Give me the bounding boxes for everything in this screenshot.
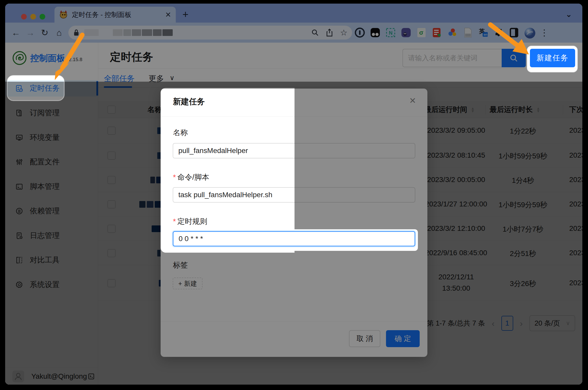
tag-field-label: 标签 [173, 260, 188, 270]
lock-icon [73, 29, 80, 36]
new-task-modal: 新建任务 ✕ 名称 *命令/脚本 *定时规则 标签 + 新建 取 消 确 定 [161, 89, 427, 357]
tab-strip: 定时任务 - 控制面板 ✕ + ⌄ [5, 4, 582, 23]
panda-extension-icon[interactable] [370, 27, 380, 38]
browser-tab[interactable]: 定时任务 - 控制面板 ✕ [54, 7, 176, 23]
owl-extension-icon[interactable] [401, 27, 411, 38]
svg-text:+: + [393, 34, 395, 38]
extensions-puzzle-icon[interactable] [493, 27, 504, 38]
new-tab-icon[interactable]: + [182, 10, 188, 19]
onepassword-extension-icon[interactable] [355, 27, 365, 38]
page-extension-icon[interactable] [463, 27, 473, 38]
name-field-label: 名称 [173, 128, 188, 138]
search-input[interactable] [402, 49, 502, 67]
svg-text:en: en [484, 33, 487, 36]
traffic-light-zoom[interactable] [40, 14, 45, 20]
svg-text:N: N [389, 30, 392, 36]
browser-menu-dots-icon[interactable]: ⋮ [537, 27, 552, 38]
modal-footer-divider [161, 321, 427, 322]
qinglong-logo-icon [12, 51, 27, 65]
svg-text:σ: σ [419, 29, 423, 36]
required-asterisk: * [173, 217, 176, 225]
app-logo[interactable]: 控制面板 v2.15.8 [12, 51, 82, 65]
traffic-light-close[interactable] [21, 14, 27, 20]
tab-title: 定时任务 - 控制面板 [72, 10, 163, 19]
red-doc-extension-icon[interactable] [432, 27, 442, 38]
app-version: v2.15.8 [66, 54, 82, 65]
page-title: 定时任务 [110, 50, 153, 64]
reload-icon[interactable]: ↻ [38, 27, 52, 38]
tab-close-icon[interactable]: ✕ [165, 11, 171, 19]
modal-title: 新建任务 [173, 96, 205, 107]
name-field[interactable] [173, 143, 415, 158]
bookmark-star-icon[interactable]: ☆ [340, 28, 347, 37]
balloons-extension-icon[interactable] [447, 27, 457, 38]
required-asterisk: * [173, 173, 176, 181]
search-icon [509, 54, 518, 62]
tab-search-chevron-icon[interactable]: ⌄ [566, 10, 572, 19]
header-divider [98, 69, 582, 69]
command-field[interactable] [173, 187, 415, 203]
traffic-light-minimize[interactable] [30, 14, 36, 20]
add-tag-button[interactable]: + 新建 [173, 278, 203, 289]
url-redacted-block [84, 29, 99, 36]
back-icon[interactable]: ← [9, 28, 23, 38]
translate-extension-icon[interactable]: 英en [478, 27, 488, 38]
share-icon[interactable] [326, 28, 333, 37]
notion-clipper-extension-icon[interactable]: N+ [385, 27, 396, 38]
ok-button[interactable]: 确 定 [386, 330, 420, 347]
browser-toolbar: ← → ↻ ⌂ [5, 23, 582, 43]
home-icon[interactable]: ⌂ [52, 28, 66, 38]
modal-close-icon[interactable]: ✕ [409, 96, 416, 106]
chevron-down-icon: ∨ [170, 74, 174, 82]
sigma-extension-icon[interactable]: σ [416, 27, 427, 38]
dragon-favicon [59, 10, 68, 19]
modal-header-divider [161, 116, 427, 117]
cron-field[interactable] [173, 231, 415, 246]
profile-avatar[interactable] [524, 27, 535, 38]
cron-field-label: *定时规则 [173, 216, 207, 227]
command-field-label: *命令/脚本 [173, 172, 209, 183]
new-task-button[interactable]: 新建任务 [530, 49, 575, 67]
search-side-icon[interactable] [311, 29, 319, 36]
search-button[interactable] [502, 49, 526, 67]
plus-icon: + [178, 280, 182, 287]
add-tag-label: 新建 [184, 279, 197, 288]
browser-window: 定时任务 - 控制面板 ✕ + ⌄ ← → ↻ ⌂ [5, 4, 582, 385]
cancel-button[interactable]: 取 消 [349, 330, 380, 347]
forward-icon[interactable]: → [23, 28, 38, 38]
sidebar-toggle-icon[interactable] [509, 27, 519, 38]
app-title: 控制面板 [30, 51, 65, 65]
address-bar[interactable]: ☆ [68, 26, 352, 40]
